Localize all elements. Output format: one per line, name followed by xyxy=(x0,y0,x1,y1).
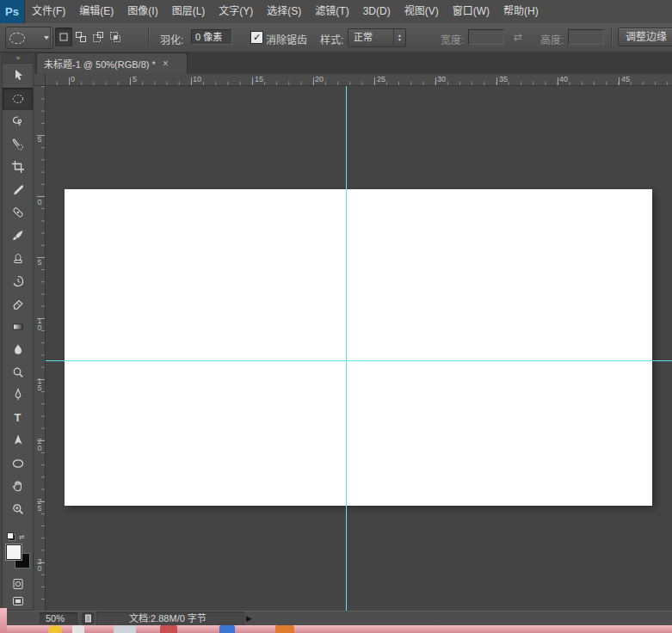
tool-path-selection[interactable] xyxy=(3,429,33,452)
menu-3d[interactable]: 3D(D) xyxy=(356,0,398,23)
tool-dodge[interactable] xyxy=(3,361,33,384)
ruler-label: 0 xyxy=(71,75,75,83)
ruler-label: 25 xyxy=(377,75,385,83)
status-bar: 50% 文档:2.88M/0 字节 ▶ xyxy=(0,611,672,626)
document-tab-bar: 未标题-1 @ 50%(RGB/8) * × xyxy=(34,52,672,75)
horizontal-ruler[interactable]: 0 5 10 15 20 25 30 35 40 45 xyxy=(46,74,672,86)
menu-type[interactable]: 文字(Y) xyxy=(212,0,260,23)
taskbar-icon[interactable] xyxy=(160,625,177,633)
menu-select[interactable]: 选择(S) xyxy=(260,0,308,23)
tool-healing-brush[interactable] xyxy=(3,201,33,224)
taskbar-icon[interactable] xyxy=(72,625,84,633)
dodge-tool-icon xyxy=(11,366,25,379)
zoom-tool-icon xyxy=(11,502,25,516)
style-dropdown[interactable]: 正常 ▲▼ xyxy=(348,28,406,47)
collapse-panel-button[interactable]: » xyxy=(3,54,33,64)
separator xyxy=(50,28,51,46)
separator xyxy=(148,28,149,46)
tool-ellipse-marquee[interactable] xyxy=(3,88,33,111)
tool-gradient[interactable] xyxy=(3,316,33,339)
taskbar-icon[interactable] xyxy=(275,625,294,633)
tool-ellipse-shape[interactable] xyxy=(3,452,33,476)
move-tool-icon xyxy=(11,69,25,83)
zoom-level-field[interactable]: 50% xyxy=(40,612,77,624)
intersect-selection-button[interactable] xyxy=(107,28,124,46)
tool-lasso[interactable] xyxy=(3,110,33,133)
photoshop-window: Ps 文件(F) 编辑(E) 图像(I) 图层(L) 文字(Y) 选择(S) 滤… xyxy=(0,0,672,633)
crop-tool-icon xyxy=(11,160,25,174)
menu-file[interactable]: 文件(F) xyxy=(25,0,72,23)
tool-quick-selection[interactable] xyxy=(3,133,33,157)
document-size-info: 文档:2.88M/0 字节 xyxy=(129,612,207,625)
width-label: 宽度: xyxy=(441,32,464,46)
feather-input[interactable]: 0 像素 xyxy=(191,29,232,45)
refine-edge-button[interactable]: 调整边缘 xyxy=(618,28,672,46)
tool-type[interactable]: T xyxy=(3,407,33,430)
path-selection-tool-icon xyxy=(11,433,25,447)
canvas-area xyxy=(46,86,672,611)
subtract-selection-button[interactable] xyxy=(89,28,107,46)
ellipse-marquee-icon xyxy=(9,33,25,44)
ruler-label: 30 xyxy=(437,75,446,83)
menu-layer[interactable]: 图层(L) xyxy=(165,0,213,23)
intersect-selection-icon xyxy=(109,31,121,43)
chevron-down-icon xyxy=(44,36,49,40)
vertical-ruler[interactable]: 5 0 5 10 15 20 25 30 xyxy=(34,86,46,611)
tool-pen[interactable] xyxy=(3,384,33,407)
swap-colors-icon[interactable]: ⇄ xyxy=(19,533,25,541)
tool-list: T xyxy=(3,65,33,520)
status-menu-arrow[interactable]: ▶ xyxy=(246,612,252,625)
history-brush-tool-icon xyxy=(11,274,25,288)
default-colors-icon[interactable] xyxy=(7,532,15,541)
tool-eyedropper[interactable] xyxy=(3,179,33,202)
add-selection-button[interactable] xyxy=(72,28,89,46)
gradient-tool-icon xyxy=(11,320,25,334)
ruler-label: 5 xyxy=(34,258,44,265)
status-icon[interactable] xyxy=(82,612,94,624)
horizontal-guide[interactable] xyxy=(46,360,672,361)
new-selection-button[interactable] xyxy=(55,28,72,46)
menu-window[interactable]: 窗口(W) xyxy=(446,0,496,23)
tool-eraser[interactable] xyxy=(3,292,33,316)
clone-stamp-tool-icon xyxy=(11,251,25,265)
menu-view[interactable]: 视图(V) xyxy=(398,0,446,23)
ruler-label: 45 xyxy=(621,75,630,83)
style-dropdown-value: 正常 xyxy=(348,29,393,46)
menu-image[interactable]: 图像(I) xyxy=(120,0,164,23)
tool-crop[interactable] xyxy=(3,156,33,179)
screen-mode-button[interactable] xyxy=(3,594,33,608)
taskbar-icon[interactable] xyxy=(114,625,136,633)
tool-options-bar: 羽化: 0 像素 ✓ 消除锯齿 样式: 正常 ▲▼ 宽度: ⇄ 高度: 调整边缘 xyxy=(0,23,672,52)
menu-edit[interactable]: 编辑(E) xyxy=(72,0,120,23)
ruler-label: 20 xyxy=(315,75,324,83)
ellipse-shape-tool-icon xyxy=(11,457,25,470)
tool-zoom[interactable] xyxy=(3,498,33,521)
tool-blur[interactable] xyxy=(3,338,33,361)
antialias-label[interactable]: 消除锯齿 xyxy=(266,32,307,46)
antialias-checkbox[interactable]: ✓ xyxy=(250,31,263,44)
taskbar-icon[interactable] xyxy=(219,625,235,633)
tool-history-brush[interactable] xyxy=(3,270,33,293)
close-icon[interactable]: × xyxy=(163,58,169,69)
tool-hand[interactable] xyxy=(3,475,33,498)
tool-preset-picker[interactable] xyxy=(5,27,53,49)
tool-brush[interactable] xyxy=(3,224,33,248)
menu-help[interactable]: 帮助(H) xyxy=(496,0,546,23)
menu-filter[interactable]: 滤镜(T) xyxy=(308,0,355,23)
foreground-color-swatch[interactable] xyxy=(6,544,22,560)
pen-tool-icon xyxy=(11,388,25,402)
tool-clone-stamp[interactable] xyxy=(3,247,33,270)
color-swatches xyxy=(6,544,30,568)
spinner-arrows-icon[interactable]: ▲▼ xyxy=(393,29,405,46)
ruler-corner[interactable] xyxy=(34,74,46,86)
menu-bar: Ps 文件(F) 编辑(E) 图像(I) 图层(L) 文字(Y) 选择(S) 滤… xyxy=(0,0,672,24)
document-canvas[interactable] xyxy=(65,189,652,506)
taskbar-icon[interactable] xyxy=(48,625,62,633)
taskbar-edge xyxy=(0,608,7,633)
lasso-tool-icon xyxy=(11,114,25,128)
ruler-label: 25 xyxy=(34,497,44,511)
document-tab[interactable]: 未标题-1 @ 50%(RGB/8) * × xyxy=(36,52,188,74)
vertical-guide[interactable] xyxy=(346,86,347,611)
tool-move[interactable] xyxy=(3,65,33,88)
quick-mask-button[interactable] xyxy=(3,577,33,591)
